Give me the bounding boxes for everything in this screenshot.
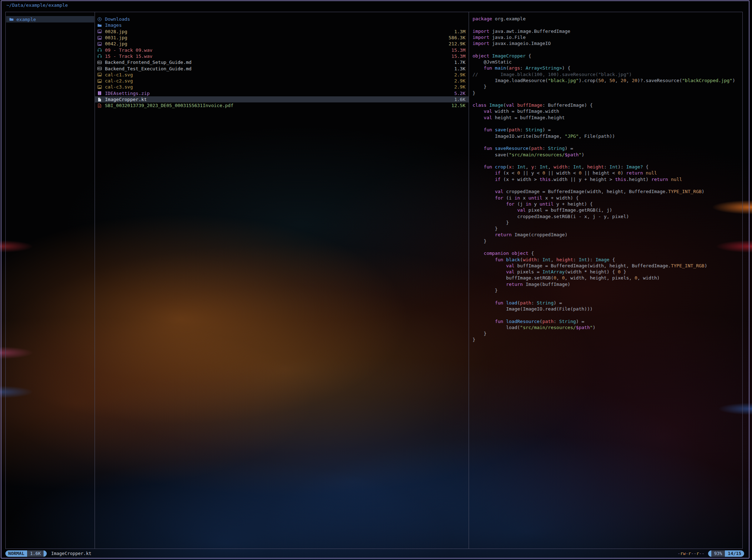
code-line: import java.awt.image.BufferedImage	[473, 29, 742, 35]
file-name: ImageCropper.kt	[105, 97, 450, 102]
code-line	[473, 96, 742, 102]
scroll-percent: 93%	[711, 550, 725, 557]
code-line: croppedImage.setRGB(i - x, j - y, pixel)	[473, 214, 742, 220]
code-line: import javax.imageio.ImageIO	[473, 41, 742, 47]
file-size: 212.9K	[449, 41, 465, 46]
file-size: 2.9K	[454, 78, 465, 84]
list-item[interactable]: 15 - Track 15.wav15.3M	[95, 53, 469, 59]
markdown-icon	[97, 60, 102, 65]
list-item[interactable]: 0042.jpg212.9K	[95, 41, 469, 47]
status-right: -rw-r--r-- 93% 14/15	[677, 550, 744, 557]
code-line: return Image(buffImage)	[473, 282, 742, 288]
file-size: 1.3M	[454, 29, 465, 34]
list-item[interactable]: SBI_0032013739_2023_DE05_0003155631Invoi…	[95, 102, 469, 109]
code-line: package org.example	[473, 16, 742, 22]
code-line: if (x < 0 || y < 0 || width < 0 || heigh…	[473, 170, 742, 176]
svg-image-icon	[97, 72, 102, 77]
file-name: cal-c2.svg	[105, 78, 450, 84]
parent-directory-pane: example	[6, 12, 95, 549]
code-line: ImageIO.write(buffImage, "JPG", File(pat…	[473, 133, 742, 140]
file-name: 0028.jpg	[105, 29, 450, 34]
code-line: }	[473, 288, 742, 294]
list-item[interactable]: 0031.jpg586.3K	[95, 35, 469, 41]
code-line: }	[473, 84, 742, 90]
code-line: fun crop(x: Int, y: Int, width: Int, hei…	[473, 164, 742, 170]
code-line	[473, 294, 742, 300]
code-line: val buffImage = BufferedImage(width, hei…	[473, 263, 742, 269]
terminal-window: ~/Data/example/example example Downloads…	[1, 0, 750, 559]
file-size: 5.2K	[454, 91, 465, 96]
code-line	[473, 312, 742, 318]
file-size: 1.7K	[454, 60, 465, 65]
file-name: SBI_0032013739_2023_DE05_0003155631Invoi…	[105, 103, 447, 108]
file-size-label: 1.6K	[27, 550, 44, 557]
file-size: 2.9K	[454, 84, 465, 90]
list-item[interactable]: ImageCropper.kt1.6K	[95, 96, 469, 102]
file-size: 2.9K	[454, 72, 465, 77]
yazi-panes: example DownloadsImages0028.jpg1.3M0031.…	[5, 12, 743, 549]
badge-cap-icon	[44, 550, 47, 557]
code-line	[473, 183, 742, 189]
position-badge: 93% 14/15	[708, 550, 744, 557]
file-name: 09 - Track 09.wav	[105, 47, 447, 53]
list-item[interactable]: cal-c2.svg2.9K	[95, 78, 469, 84]
list-item[interactable]: cal-c3.svg2.9K	[95, 84, 469, 90]
code-line: }	[473, 331, 742, 337]
code-line: object ImageCropper {	[473, 53, 742, 59]
list-item[interactable]: cal-c1.svg2.9K	[95, 72, 469, 78]
code-line: }	[473, 337, 742, 343]
mode-label: NORMAL	[5, 550, 27, 557]
code-line	[473, 47, 742, 53]
file-name: Images	[105, 22, 461, 28]
code-line: // Image.black(100, 100).saveResource("b…	[473, 72, 742, 78]
file-name: 0042.jpg	[105, 41, 444, 46]
file-permissions: -rw-r--r--	[677, 551, 704, 556]
code-line: }	[473, 220, 742, 226]
code-line: save("src/main/resources/$path")	[473, 152, 742, 158]
folder-icon	[9, 17, 14, 21]
code-line: class Image(val buffImage: BufferedImage…	[473, 102, 742, 109]
markdown-icon	[97, 66, 102, 71]
mode-badge: NORMAL 1.6K	[5, 550, 47, 557]
code-line: fun saveResource(path: String) =	[473, 146, 742, 152]
list-item[interactable]: 0028.jpg1.3M	[95, 29, 469, 35]
code-line	[473, 158, 742, 164]
code-line: for (j in y until y + height) {	[473, 201, 742, 207]
list-item[interactable]: Backend_Test_Execution_Guide.md1.3K	[95, 65, 469, 71]
archive-icon	[97, 91, 102, 95]
code-line: Image.loadResource("black.jpg").crop(50,…	[473, 78, 742, 84]
file-preview-pane[interactable]: package org.example import java.awt.imag…	[469, 12, 742, 549]
code-line	[473, 140, 742, 146]
code-line: }	[473, 90, 742, 96]
status-file-name: ImageCropper.kt	[51, 551, 91, 556]
file-name: cal-c3.svg	[105, 84, 450, 90]
file-list-pane[interactable]: DownloadsImages0028.jpg1.3M0031.jpg586.3…	[95, 12, 469, 549]
pdf-icon	[97, 104, 102, 108]
list-item[interactable]: 09 - Track 09.wav15.3M	[95, 47, 469, 53]
list-item[interactable]: Backend_Frontend_Setup_Guide.md1.7K	[95, 59, 469, 65]
list-item[interactable]: Images	[95, 22, 469, 28]
code-line: buffImage.setRGB(0, 0, width, height, pi…	[473, 275, 742, 281]
file-size: 15.3M	[451, 47, 465, 53]
code-line	[473, 22, 742, 28]
code-line: val croppedImage = BufferedImage(width, …	[473, 189, 742, 195]
current-path: ~/Data/example/example	[6, 2, 68, 8]
tree-item-label: example	[16, 17, 36, 22]
code-line: val pixel = buffImage.getRGB(i, j)	[473, 207, 742, 213]
code-line: import java.io.File	[473, 35, 742, 41]
file-size: 12.5K	[451, 103, 465, 108]
tree-item-example[interactable]: example	[6, 16, 94, 22]
list-item[interactable]: IDEAsettings.zip5.2K	[95, 90, 469, 96]
code-line: if (x + width > this.width || y + height…	[473, 177, 742, 183]
audio-icon	[97, 54, 102, 58]
file-name: 0031.jpg	[105, 35, 444, 40]
list-item[interactable]: Downloads	[95, 16, 469, 22]
svg-image-icon	[97, 79, 102, 83]
code-line: fun save(path: String) =	[473, 127, 742, 133]
file-name: Downloads	[105, 16, 461, 22]
folder-download-icon	[97, 17, 102, 21]
image-icon	[97, 29, 102, 34]
audio-icon	[97, 48, 102, 52]
file-name: IDEAsettings.zip	[105, 91, 450, 96]
code-line: val height = buffImage.height	[473, 115, 742, 121]
